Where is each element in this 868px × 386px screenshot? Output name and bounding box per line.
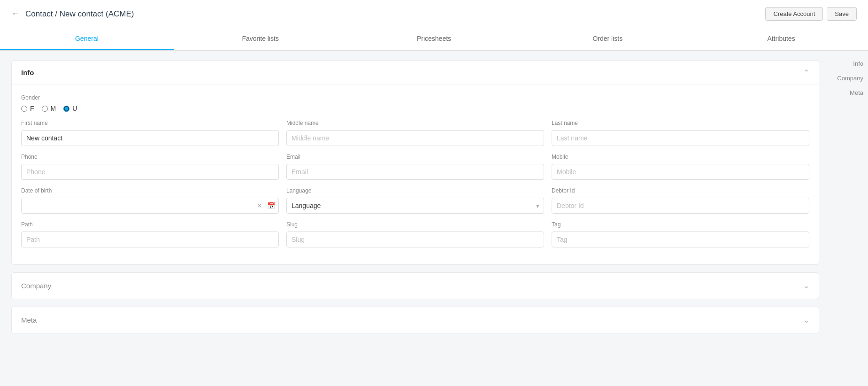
first-name-input[interactable]	[21, 130, 279, 146]
path-label: Path	[21, 221, 279, 228]
company-section-title: Company	[21, 282, 51, 290]
sidebar-link-company[interactable]: Company	[837, 75, 863, 82]
info-section-toggle[interactable]: ⌃	[803, 68, 809, 77]
middle-name-input[interactable]	[286, 130, 544, 146]
dob-calendar-button[interactable]: 📅	[266, 201, 276, 210]
gender-label-m: M	[51, 105, 56, 112]
page-title: Contact / New contact (ACME)	[25, 9, 134, 19]
slug-input[interactable]	[286, 232, 544, 247]
tab-general[interactable]: General	[0, 28, 174, 50]
tag-label: Tag	[552, 221, 809, 228]
sidebar-link-meta[interactable]: Meta	[850, 89, 863, 96]
right-sidebar: Info Company Meta	[830, 51, 868, 385]
tabs: General Favorite lists Pricesheets Order…	[0, 28, 868, 51]
meta-section: Meta ⌄	[11, 307, 819, 333]
content-area: Info ⌃ Gender F M	[0, 51, 830, 385]
email-label: Email	[286, 154, 544, 160]
middle-name-group: Middle name	[286, 120, 544, 146]
meta-section-title: Meta	[21, 316, 37, 324]
company-section-header[interactable]: Company ⌄	[12, 273, 819, 299]
tab-favorite-lists[interactable]: Favorite lists	[174, 28, 347, 50]
gender-radio-m[interactable]	[42, 106, 48, 112]
dob-group: Date of birth ✕ 📅	[21, 187, 279, 214]
mobile-label: Mobile	[552, 154, 809, 160]
email-group: Email	[286, 154, 544, 180]
language-select-wrap: Language English French German Spanish	[286, 198, 544, 214]
main-layout: Info ⌃ Gender F M	[0, 51, 868, 385]
gender-radio-u[interactable]	[63, 106, 69, 112]
header: ← Contact / New contact (ACME) Create Ac…	[0, 0, 868, 28]
dob-input-wrap: ✕ 📅	[21, 198, 279, 214]
back-button[interactable]: ←	[11, 9, 20, 19]
info-section: Info ⌃ Gender F M	[11, 60, 819, 265]
company-chevron-icon: ⌄	[803, 281, 809, 290]
dob-row: Date of birth ✕ 📅 Language	[21, 187, 809, 214]
phone-label: Phone	[21, 154, 279, 160]
dob-icons: ✕ 📅	[256, 201, 276, 210]
last-name-group: Last name	[552, 120, 809, 146]
tab-pricesheets[interactable]: Pricesheets	[347, 28, 521, 50]
gender-option-m[interactable]: M	[42, 105, 56, 112]
gender-label: Gender	[21, 94, 809, 101]
path-row: Path Slug Tag	[21, 221, 809, 247]
info-section-header: Info ⌃	[12, 61, 819, 85]
header-left: ← Contact / New contact (ACME)	[11, 9, 134, 19]
name-row: First name Middle name Last name	[21, 120, 809, 146]
debtor-id-label: Debtor Id	[552, 187, 809, 194]
meta-section-header[interactable]: Meta ⌄	[12, 307, 819, 333]
path-input[interactable]	[21, 232, 279, 247]
info-section-title: Info	[21, 69, 34, 77]
save-button[interactable]: Save	[827, 7, 857, 21]
phone-group: Phone	[21, 154, 279, 180]
language-label: Language	[286, 187, 544, 194]
gender-option-f[interactable]: F	[21, 105, 34, 112]
info-section-body: Gender F M U	[12, 85, 819, 264]
tag-input[interactable]	[552, 232, 809, 247]
tab-order-lists[interactable]: Order lists	[521, 28, 694, 50]
gender-group: Gender F M U	[21, 94, 809, 112]
gender-radio-row: F M U	[21, 105, 809, 112]
first-name-group: First name	[21, 120, 279, 146]
mobile-group: Mobile	[552, 154, 809, 180]
phone-input[interactable]	[21, 164, 279, 180]
debtor-id-input[interactable]	[552, 198, 809, 214]
first-name-label: First name	[21, 120, 279, 126]
create-account-button[interactable]: Create Account	[765, 7, 823, 21]
dob-input[interactable]	[21, 198, 279, 214]
gender-label-f: F	[30, 105, 34, 112]
middle-name-label: Middle name	[286, 120, 544, 126]
last-name-label: Last name	[552, 120, 809, 126]
header-right: Create Account Save	[765, 7, 857, 21]
gender-option-u[interactable]: U	[63, 105, 77, 112]
path-group: Path	[21, 221, 279, 247]
tab-attributes[interactable]: Attributes	[694, 28, 868, 50]
meta-chevron-icon: ⌄	[803, 316, 809, 324]
gender-radio-f[interactable]	[21, 106, 27, 112]
company-section: Company ⌄	[11, 272, 819, 299]
dob-clear-button[interactable]: ✕	[256, 201, 263, 210]
tag-group: Tag	[552, 221, 809, 247]
slug-group: Slug	[286, 221, 544, 247]
language-group: Language Language English French German …	[286, 187, 544, 214]
language-select[interactable]: Language English French German Spanish	[286, 198, 544, 214]
email-input[interactable]	[286, 164, 544, 180]
gender-label-u: U	[72, 105, 77, 112]
contact-row: Phone Email Mobile	[21, 154, 809, 180]
sidebar-link-info[interactable]: Info	[853, 60, 863, 67]
mobile-input[interactable]	[552, 164, 809, 180]
dob-label: Date of birth	[21, 187, 279, 194]
debtor-id-group: Debtor Id	[552, 187, 809, 214]
last-name-input[interactable]	[552, 130, 809, 146]
slug-label: Slug	[286, 221, 544, 228]
